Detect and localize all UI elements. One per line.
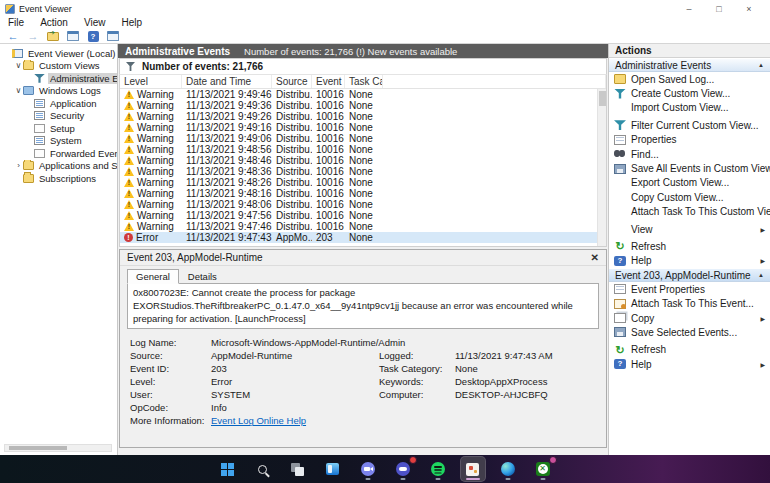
datetime-cell: 11/13/2021 9:48:36 AM: [182, 166, 272, 177]
level-text: Warning: [137, 111, 174, 122]
tree-expander-icon[interactable]: ∨: [14, 86, 23, 95]
event-row[interactable]: Warning11/13/2021 9:48:46 AMDistribu...1…: [120, 155, 597, 166]
action-help[interactable]: ?Help▶: [609, 254, 770, 268]
taskbar-file-explorer-icon[interactable]: [321, 457, 345, 481]
action-filter-current-custom-view[interactable]: Filter Current Custom View...: [609, 118, 770, 132]
taskbar-edge-icon[interactable]: [496, 457, 520, 481]
blank-icon: [614, 224, 626, 234]
action-copy[interactable]: Copy▶: [609, 311, 770, 325]
level-cell: Warning: [120, 188, 182, 199]
action-find[interactable]: Find...: [609, 147, 770, 161]
action-save-all-events-in-custom-view-as[interactable]: Save All Events in Custom View As...: [609, 161, 770, 175]
tab-general[interactable]: General: [127, 269, 179, 284]
action-attach-task-to-this-custom-view[interactable]: Attach Task To This Custom View...: [609, 205, 770, 219]
menu-help[interactable]: Help: [121, 17, 142, 28]
event-row[interactable]: Warning11/13/2021 9:47:46 AMDistribu...1…: [120, 221, 597, 232]
vertical-scrollbar[interactable]: [597, 89, 606, 246]
event-row[interactable]: Warning11/13/2021 9:48:16 AMDistribu...1…: [120, 188, 597, 199]
event-row[interactable]: Warning11/13/2021 9:49:36 AMDistribu...1…: [120, 100, 597, 111]
event-row[interactable]: Warning11/13/2021 9:49:06 AMDistribu...1…: [120, 133, 597, 144]
event-row[interactable]: Warning11/13/2021 9:48:06 AMDistribu...1…: [120, 199, 597, 210]
action-refresh[interactable]: ↻Refresh: [609, 343, 770, 357]
collapse-icon[interactable]: ▲: [758, 62, 764, 68]
back-button[interactable]: ←: [6, 30, 20, 42]
event-row[interactable]: Warning11/13/2021 9:48:56 AMDistribu...1…: [120, 144, 597, 155]
taskbar-discord-icon[interactable]: [391, 457, 415, 481]
taskbar-xbox-icon[interactable]: [531, 457, 555, 481]
maximize-button[interactable]: □: [704, 4, 734, 14]
sidebar-item-windows-logs[interactable]: ∨Windows Logs: [0, 85, 117, 98]
event-log-online-help-link[interactable]: Event Log Online Help: [211, 415, 306, 426]
sidebar-item-security[interactable]: Security: [0, 110, 117, 123]
taskbar-start-icon[interactable]: [216, 457, 240, 481]
minimize-button[interactable]: –: [674, 4, 704, 14]
menu-action[interactable]: Action: [40, 17, 68, 28]
action-view[interactable]: View▶: [609, 222, 770, 236]
action-event-properties[interactable]: Event Properties: [609, 282, 770, 296]
actions-section-header[interactable]: Event 203, AppModel-Runtime▲: [609, 268, 770, 282]
start-glyph: [221, 463, 234, 476]
menu-file[interactable]: File: [8, 17, 24, 28]
tree-scrollbar-thumb[interactable]: [9, 446, 67, 450]
sidebar-item-forwarded-events[interactable]: Forwarded Events: [0, 147, 117, 160]
blank-icon: [614, 178, 626, 188]
event-row[interactable]: !Error11/13/2021 9:47:43 AMAppMo...203No…: [120, 232, 597, 243]
taskbar-search-icon[interactable]: [251, 457, 275, 481]
actions-section-header[interactable]: Administrative Events▲: [609, 58, 770, 72]
sidebar-item-applications-and-services-log[interactable]: ›Applications and Services Log: [0, 160, 117, 173]
taskbar-task-view-icon[interactable]: [286, 457, 310, 481]
action-attach-task-to-this-event[interactable]: Attach Task To This Event...: [609, 296, 770, 310]
collapse-icon[interactable]: ▲: [758, 272, 764, 278]
sidebar-item-administrative-events[interactable]: Administrative Events: [0, 72, 117, 85]
column-header-level[interactable]: Level: [120, 75, 182, 88]
page-icon: [614, 284, 626, 294]
tree-expander-icon[interactable]: ∨: [14, 61, 23, 70]
sidebar-item-subscriptions[interactable]: Subscriptions: [0, 172, 117, 185]
action-refresh[interactable]: ↻Refresh: [609, 239, 770, 253]
event-id-cell: 10016: [312, 221, 345, 232]
action-import-custom-view[interactable]: Import Custom View...: [609, 101, 770, 115]
sidebar-item-event-viewer-local-[interactable]: Event Viewer (Local): [0, 47, 117, 60]
field-value: DESKTOP-AHJCBFQ: [455, 389, 599, 400]
help-button[interactable]: ?: [86, 30, 100, 42]
event-row[interactable]: Warning11/13/2021 9:49:16 AMDistribu...1…: [120, 122, 597, 133]
show-action-pane-button[interactable]: [106, 30, 120, 42]
taskbar-chat-icon[interactable]: [356, 457, 380, 481]
menu-view[interactable]: View: [84, 17, 106, 28]
page-icon: [34, 149, 45, 158]
column-header-task-ca-[interactable]: Task Ca...: [345, 75, 383, 88]
column-header-event-id[interactable]: Event ID: [312, 75, 345, 88]
event-row[interactable]: Warning11/13/2021 9:47:56 AMDistribu...1…: [120, 210, 597, 221]
event-row[interactable]: Warning11/13/2021 9:49:46 AMDistribu...1…: [120, 89, 597, 100]
sidebar-item-application[interactable]: Application: [0, 97, 117, 110]
sidebar-item-setup[interactable]: Setup: [0, 122, 117, 135]
event-row[interactable]: Warning11/13/2021 9:48:26 AMDistribu...1…: [120, 177, 597, 188]
show-console-tree-button[interactable]: [66, 30, 80, 42]
tab-details[interactable]: Details: [179, 269, 226, 284]
detail-close-icon[interactable]: ✕: [591, 252, 599, 263]
export-list-button[interactable]: [46, 30, 60, 42]
action-label: Attach Task To This Event...: [631, 298, 754, 309]
action-properties[interactable]: Properties: [609, 133, 770, 147]
tree-horizontal-scrollbar[interactable]: [4, 444, 112, 452]
action-save-selected-events[interactable]: Save Selected Events...: [609, 325, 770, 339]
sidebar-item-system[interactable]: System: [0, 135, 117, 148]
column-header-source[interactable]: Source: [272, 75, 312, 88]
tree-expander-icon[interactable]: ›: [14, 161, 23, 170]
action-export-custom-view[interactable]: Export Custom View...: [609, 176, 770, 190]
action-copy-custom-view[interactable]: Copy Custom View...: [609, 190, 770, 204]
close-button[interactable]: ×: [734, 4, 764, 14]
copy-icon: [614, 313, 626, 323]
event-row[interactable]: Warning11/13/2021 9:48:36 AMDistribu...1…: [120, 166, 597, 177]
forward-button[interactable]: →: [26, 30, 40, 42]
scrollbar-thumb[interactable]: [599, 91, 606, 106]
action-help[interactable]: ?Help▶: [609, 357, 770, 371]
column-header-date-and-time[interactable]: Date and Time: [182, 75, 272, 88]
sidebar-item-custom-views[interactable]: ∨Custom Views: [0, 60, 117, 73]
field-row: Event ID:203Task Category:None: [127, 362, 599, 375]
event-row[interactable]: Warning11/13/2021 9:49:26 AMDistribu...1…: [120, 111, 597, 122]
action-create-custom-view[interactable]: Create Custom View...: [609, 86, 770, 100]
action-open-saved-log[interactable]: Open Saved Log...: [609, 72, 770, 86]
taskbar-spotify-icon[interactable]: [426, 457, 450, 481]
taskbar-event-viewer-icon[interactable]: [461, 457, 485, 481]
